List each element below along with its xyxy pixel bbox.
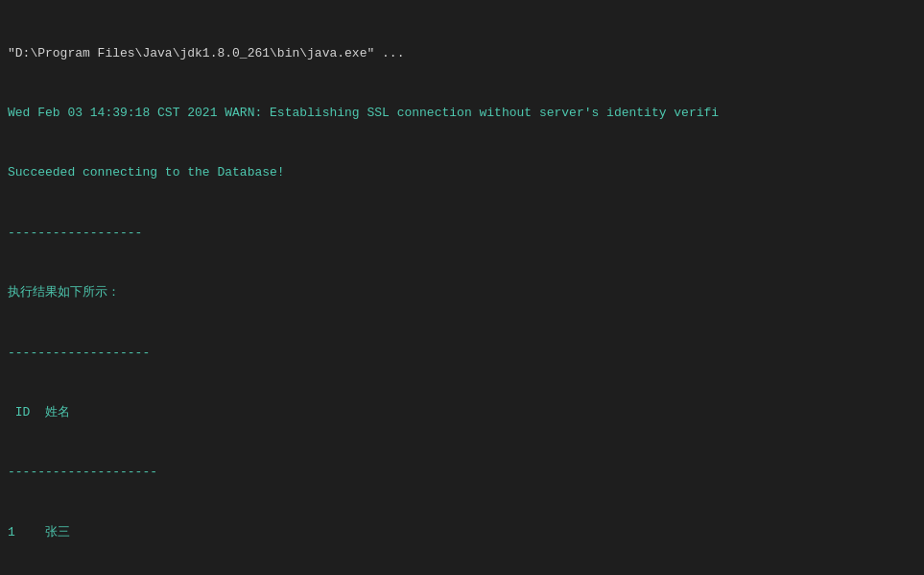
console-line-1: "D:\Program Files\Java\jdk1.8.0_261\bin\… <box>8 44 916 64</box>
console-line-7: ID 姓名 <box>8 403 916 423</box>
console-line-4: ------------------ <box>8 224 916 244</box>
console-line-6: ------------------- <box>8 344 916 364</box>
console-line-2: Wed Feb 03 14:39:18 CST 2021 WARN: Estab… <box>8 104 916 124</box>
console-output: "D:\Program Files\Java\jdk1.8.0_261\bin\… <box>0 0 924 575</box>
console-line-3: Succeeded connecting to the Database! <box>8 163 916 183</box>
console-line-5: 执行结果如下所示： <box>8 283 916 303</box>
console-line-8: -------------------- <box>8 463 916 483</box>
console-line-9: 1 张三 <box>8 523 916 543</box>
